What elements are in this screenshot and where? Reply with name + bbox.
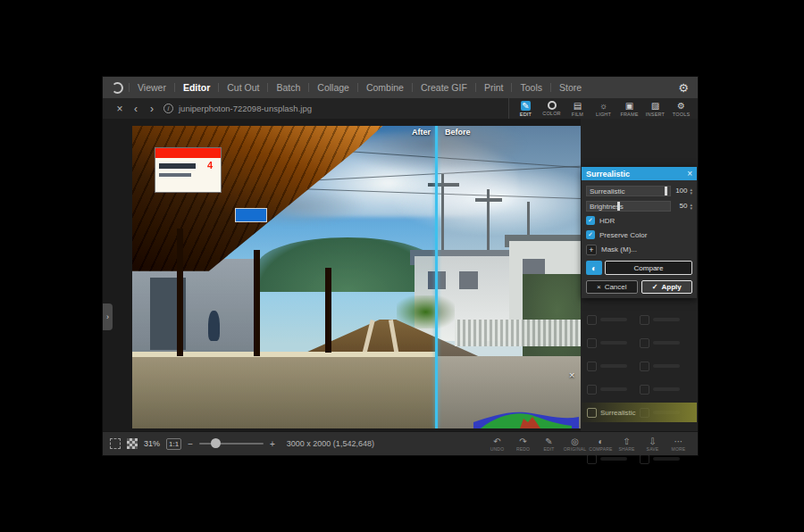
preserve-color-checkbox-row[interactable]: ✓ Preserve Color: [586, 229, 692, 240]
fit-screen-icon[interactable]: [110, 438, 121, 449]
sign-number: 4: [200, 160, 220, 188]
roof-post: [325, 268, 331, 353]
dimmed-tool-item: [640, 378, 692, 401]
zoom-out-button[interactable]: −: [188, 439, 193, 449]
dimmed-tool-item: [587, 308, 640, 331]
histogram-close-icon[interactable]: ×: [569, 370, 574, 380]
zoom-slider[interactable]: [199, 443, 264, 445]
brightness-slider[interactable]: Brightness: [586, 201, 671, 212]
tab-film[interactable]: ▤ FILM: [565, 101, 590, 117]
tab-edit[interactable]: ✎ EDIT: [513, 101, 539, 117]
toolbar-original-button[interactable]: ◎ORIGINAL: [563, 436, 587, 452]
menu-item-cutout[interactable]: Cut Out: [219, 82, 267, 93]
photo-canvas[interactable]: 4: [132, 126, 581, 428]
surrealistic-slider[interactable]: Surrealistic: [586, 186, 671, 196]
hdr-checkbox-row[interactable]: ✓ HDR: [586, 215, 692, 226]
dimmed-tool-item: [640, 331, 692, 354]
menu-item-tools[interactable]: Tools: [512, 82, 550, 93]
before-after-divider[interactable]: [435, 126, 438, 428]
dialog-close-icon[interactable]: ×: [687, 169, 692, 179]
roof-post: [177, 229, 183, 355]
toolbar-save-button[interactable]: ⇩SAVE: [641, 436, 665, 452]
next-file-button[interactable]: ›: [144, 103, 160, 115]
app-logo-icon: [112, 82, 123, 94]
surrealistic-slider-row: Surrealistic 100 ▴▾: [586, 185, 692, 196]
slider-thumb[interactable]: [665, 187, 667, 195]
menu-item-combine[interactable]: Combine: [358, 82, 412, 93]
tool-tab-strip: ✎ EDIT COLOR ▤ FILM ☼ LIGHT ▣ FRAME ▨ IN…: [508, 98, 698, 119]
menu-item-batch[interactable]: Batch: [268, 82, 308, 93]
pole-crossbar: [475, 198, 502, 202]
zoom-in-button[interactable]: +: [270, 439, 275, 449]
tab-frame[interactable]: ▣ FRAME: [616, 101, 642, 117]
actual-size-button[interactable]: 1:1: [166, 438, 181, 450]
brightness-value: 50: [674, 202, 687, 210]
slider-thumb[interactable]: [617, 202, 620, 211]
blue-sign: [235, 208, 266, 223]
hills: [258, 237, 438, 292]
dialog-title: Surrealistic: [586, 170, 687, 179]
cancel-x-icon: ×: [597, 283, 601, 291]
toolbar-more-button[interactable]: ⋯MORE: [666, 436, 691, 452]
dimmed-tool-item: [587, 354, 640, 378]
menu-item-store[interactable]: Store: [551, 82, 590, 93]
image-dimensions-label: 3000 x 2000 (1,542,648): [287, 439, 374, 448]
tab-light[interactable]: ☼ LIGHT: [590, 101, 616, 117]
toolbar-edit-button[interactable]: ✎EDIT: [537, 436, 561, 452]
zoom-slider-thumb[interactable]: [211, 438, 221, 448]
color-icon: [548, 101, 557, 110]
selected-tool-surrealistic[interactable]: Surrealistic: [582, 403, 697, 422]
menu-item-print[interactable]: Print: [476, 82, 512, 93]
compare-toggle-icon[interactable]: ◐: [586, 261, 602, 275]
toolbar-redo-button[interactable]: ↷REDO: [511, 436, 535, 452]
close-file-button[interactable]: ×: [112, 103, 128, 115]
spinner[interactable]: ▴▾: [690, 203, 692, 210]
left-panel-expander[interactable]: ›: [103, 303, 113, 330]
preserve-color-checkbox[interactable]: ✓: [586, 230, 595, 239]
roof-post: [254, 250, 260, 356]
film-icon: ▤: [573, 101, 582, 111]
brightness-slider-row: Brightness 50 ▴▾: [586, 200, 692, 212]
tab-color[interactable]: COLOR: [539, 101, 565, 116]
platform-fence: [455, 320, 581, 347]
editor-content: ›: [103, 119, 698, 431]
window: [459, 271, 477, 289]
hdr-checkbox[interactable]: ✓: [586, 216, 595, 225]
apply-button[interactable]: ✓ Apply: [641, 280, 693, 294]
menu-item-editor[interactable]: Editor: [175, 82, 218, 93]
status-bar: 31% 1:1 − + 3000 x 2000 (1,542,648) ↶UND…: [103, 431, 698, 455]
mask-plus-icon[interactable]: +: [586, 245, 597, 255]
info-icon[interactable]: i: [163, 104, 173, 113]
sign-text-bar: [159, 173, 190, 177]
mask-label: Mask (M)...: [601, 245, 637, 254]
toolbar-compare-button[interactable]: ◐COMPARE: [589, 436, 613, 452]
light-icon: ☼: [599, 101, 608, 111]
prev-file-button[interactable]: ‹: [128, 103, 144, 115]
cancel-button[interactable]: × Cancel: [586, 280, 638, 294]
tab-insert[interactable]: ▨ INSERT: [642, 101, 668, 117]
menu-item-collage[interactable]: Collage: [309, 82, 357, 93]
menu-item-viewer[interactable]: Viewer: [130, 82, 174, 93]
station-sign: 4: [155, 147, 222, 193]
toolbar-share-button[interactable]: ⇧SHARE: [615, 436, 639, 452]
tab-tools[interactable]: ⚙ TOOLS: [668, 101, 694, 117]
after-label: After: [412, 128, 431, 137]
before-label: Before: [445, 128, 471, 137]
toolbar-undo-button[interactable]: ↶UNDO: [485, 436, 509, 452]
frame-icon: ▣: [624, 101, 634, 111]
menu-item-create-gif[interactable]: Create GIF: [413, 82, 475, 93]
menu-bar: Viewer Editor Cut Out Batch Collage Comb…: [103, 77, 698, 98]
redo-icon: ↷: [519, 436, 526, 446]
settings-gear-icon[interactable]: ⚙: [678, 81, 689, 95]
dialog-header[interactable]: Surrealistic ×: [582, 167, 697, 180]
apply-check-icon: ✓: [652, 283, 658, 291]
spinner[interactable]: ▴▾: [690, 187, 692, 195]
undo-icon: ↶: [493, 436, 500, 446]
dimmed-tool-item: [587, 378, 640, 401]
compare-button[interactable]: Compare: [605, 261, 692, 275]
filename-label: juniperphoton-722098-unsplash.jpg: [179, 104, 312, 113]
edit-icon: ✎: [521, 101, 531, 111]
surrealistic-tool-icon: [587, 408, 597, 418]
background-checker-icon[interactable]: [127, 438, 138, 449]
mask-row[interactable]: + Mask (M)...: [586, 244, 692, 255]
